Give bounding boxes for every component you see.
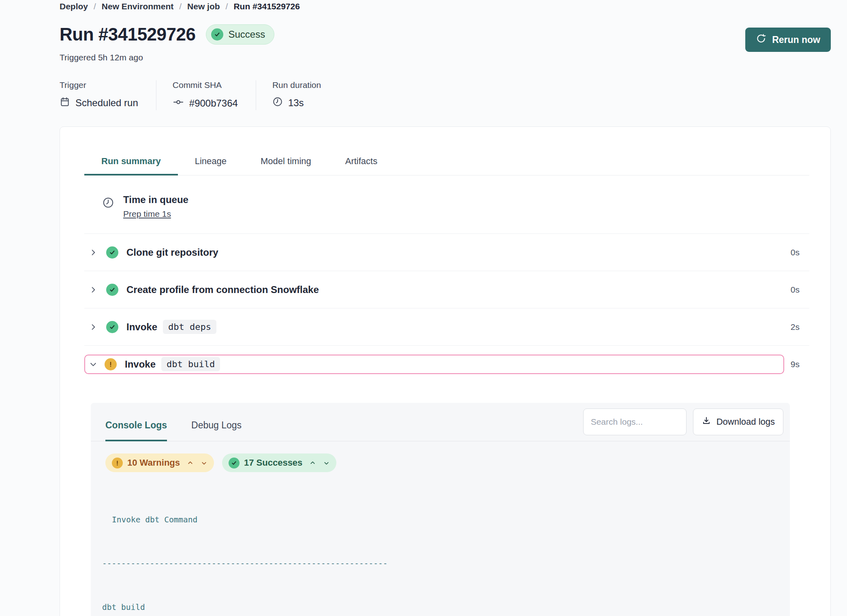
logs-controls: Download logs — [583, 409, 783, 441]
commit-value: #900b7364 — [173, 96, 238, 110]
breadcrumb-separator: / — [94, 2, 96, 11]
duration-value: 13s — [272, 96, 321, 109]
trigger-value: Scheduled run — [60, 96, 138, 109]
success-check-icon — [106, 321, 118, 333]
commit-label: Commit SHA — [173, 80, 238, 90]
status-badge: Success — [206, 24, 274, 45]
step-duration: 0s — [791, 248, 800, 257]
chevron-down-icon[interactable] — [323, 460, 330, 466]
chevron-right-icon[interactable] — [89, 248, 97, 257]
clock-icon — [272, 96, 283, 109]
log-filter-badges: 10 Warnings 17 Successes — [105, 453, 790, 472]
run-meta-row: Trigger Scheduled run Commit SHA #900b73… — [60, 80, 831, 110]
step-row-clone-git[interactable]: Clone git repository 0s — [84, 233, 809, 271]
step-label: Invoke — [126, 321, 157, 333]
success-check-icon — [229, 458, 240, 468]
duration-meta: Run duration 13s — [256, 80, 339, 110]
download-logs-button[interactable]: Download logs — [693, 409, 783, 435]
step-row-dbt-deps[interactable]: Invoke dbt deps 2s — [84, 308, 809, 345]
time-in-queue-section: Time in queue Prep time 1s — [102, 194, 809, 219]
prep-time-link[interactable]: Prep time 1s — [123, 209, 171, 219]
successes-badge[interactable]: 17 Successes — [222, 453, 336, 472]
step-row-create-profile[interactable]: Create profile from connection Snowflake… — [84, 271, 809, 308]
step-command-chip: dbt deps — [163, 320, 216, 334]
commit-meta: Commit SHA #900b7364 — [156, 80, 256, 110]
rerun-now-button[interactable]: Rerun now — [745, 28, 831, 52]
header-row: Run #341529726 Success — [60, 24, 831, 45]
logs-tabs: Console Logs Debug Logs — [105, 409, 266, 441]
success-check-icon — [106, 246, 118, 259]
chevron-right-icon[interactable] — [89, 286, 97, 294]
tab-artifacts[interactable]: Artifacts — [328, 156, 394, 175]
tab-run-summary[interactable]: Run summary — [84, 156, 178, 175]
run-detail-page: Deploy / New Environment / New job / Run… — [0, 0, 847, 616]
trigger-label: Trigger — [60, 80, 138, 90]
check-circle-icon — [211, 28, 223, 41]
tab-console-logs[interactable]: Console Logs — [105, 409, 167, 441]
chevron-down-icon[interactable] — [89, 360, 97, 368]
run-summary-card: Run summary Lineage Model timing Artifac… — [60, 126, 831, 616]
tab-lineage[interactable]: Lineage — [178, 156, 244, 175]
rerun-icon — [756, 33, 766, 46]
tab-model-timing[interactable]: Model timing — [244, 156, 328, 175]
triggered-time: Triggered 5h 12m ago — [60, 53, 831, 62]
rerun-now-label: Rerun now — [772, 34, 820, 45]
breadcrumb-new-environment[interactable]: New Environment — [102, 2, 173, 11]
breadcrumb-separator: / — [226, 2, 228, 11]
commit-icon — [173, 96, 184, 110]
page-title: Run #341529726 — [60, 24, 195, 45]
duration-label: Run duration — [272, 80, 321, 90]
chevron-up-icon[interactable] — [309, 460, 316, 466]
log-command-divider: ----------------------------------------… — [91, 556, 790, 571]
log-command-title: Invoke dbt Command — [91, 513, 790, 527]
chevron-down-icon[interactable] — [201, 460, 207, 466]
time-in-queue-title: Time in queue — [123, 194, 188, 205]
breadcrumb-deploy[interactable]: Deploy — [60, 2, 88, 11]
calendar-icon — [60, 96, 70, 109]
trigger-meta: Trigger Scheduled run — [60, 80, 156, 110]
download-logs-label: Download logs — [717, 417, 775, 427]
console-log-output: Invoke dbt Command ---------------------… — [91, 483, 790, 616]
log-command: dbt build — [91, 600, 790, 615]
warning-icon — [105, 358, 117, 370]
warnings-badge-label: 10 Warnings — [127, 458, 180, 468]
warnings-badge[interactable]: 10 Warnings — [105, 453, 214, 472]
download-icon — [702, 416, 711, 428]
step-duration: 9s — [791, 359, 800, 369]
step-label: Clone git repository — [126, 247, 218, 258]
logs-header: Console Logs Debug Logs Download logs — [91, 403, 790, 441]
status-badge-label: Success — [228, 29, 265, 40]
warning-icon — [112, 458, 123, 468]
breadcrumb-separator: / — [179, 2, 182, 11]
logs-panel: Console Logs Debug Logs Download logs — [91, 403, 790, 616]
expanded-step-box[interactable]: Invoke dbt build — [84, 355, 784, 374]
clock-icon — [102, 194, 114, 219]
step-row-dbt-build[interactable]: Invoke dbt build 9s — [84, 345, 809, 383]
main-tabs: Run summary Lineage Model timing Artifac… — [84, 156, 809, 175]
step-label: Create profile from connection Snowflake — [126, 284, 319, 295]
search-logs-input[interactable] — [583, 409, 687, 435]
chevron-right-icon[interactable] — [89, 323, 97, 331]
steps-list: Clone git repository 0s Create profile f… — [84, 233, 809, 383]
chevron-up-icon[interactable] — [187, 460, 194, 466]
success-check-icon — [106, 284, 118, 296]
breadcrumb-new-job[interactable]: New job — [187, 2, 220, 11]
step-duration: 0s — [791, 285, 800, 295]
step-label: Invoke — [125, 359, 156, 370]
breadcrumb-current-run: Run #341529726 — [233, 2, 299, 11]
step-duration: 2s — [791, 322, 800, 332]
step-command-chip: dbt build — [161, 357, 220, 371]
breadcrumb: Deploy / New Environment / New job / Run… — [60, 1, 831, 11]
successes-badge-label: 17 Successes — [244, 458, 302, 468]
tab-debug-logs[interactable]: Debug Logs — [191, 409, 242, 441]
